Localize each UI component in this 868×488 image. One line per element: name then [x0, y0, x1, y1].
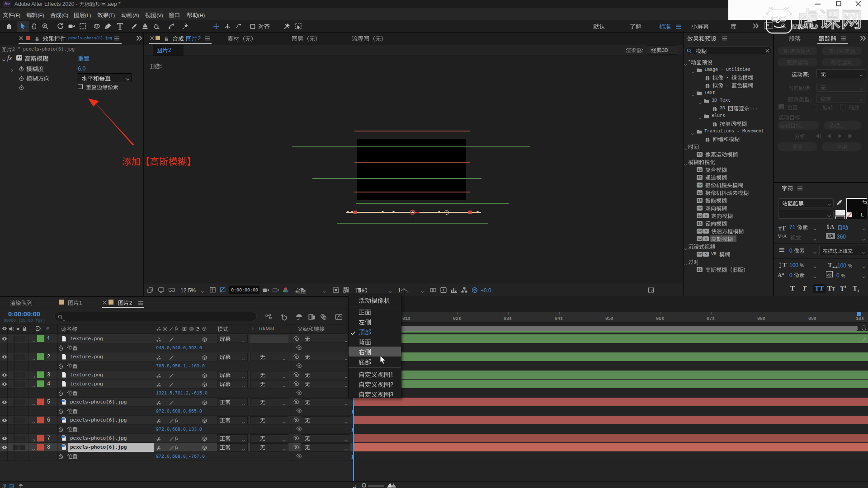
svg-text:fx: fx [175, 418, 179, 423]
svg-text:fx: fx [175, 445, 179, 450]
svg-text:fx: fx [175, 326, 179, 331]
svg-text:fx: fx [175, 436, 179, 441]
